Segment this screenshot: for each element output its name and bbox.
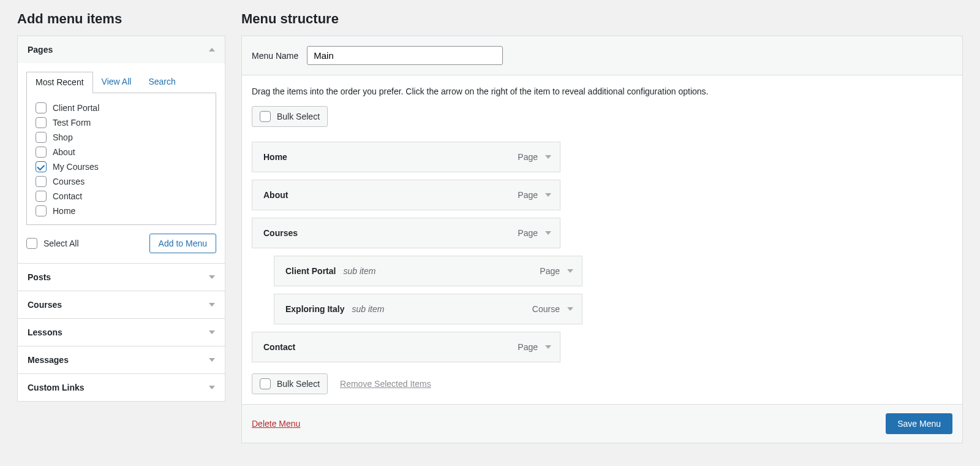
page-label: Contact <box>53 191 82 201</box>
accordion-header-pages[interactable]: Pages <box>18 36 225 63</box>
menu-item-title: Contact <box>263 342 295 352</box>
chevron-down-icon[interactable] <box>545 193 551 197</box>
page-label: About <box>53 147 75 157</box>
menu-item[interactable]: Exploring Italysub itemCourse <box>274 294 582 324</box>
page-checkbox[interactable] <box>36 132 47 143</box>
page-checkbox[interactable] <box>36 117 47 128</box>
tab-search[interactable]: Search <box>140 72 184 93</box>
menu-name-label: Menu Name <box>252 51 298 61</box>
menu-item-type: Page <box>540 266 560 276</box>
chevron-up-icon <box>209 48 215 52</box>
chevron-down-icon[interactable] <box>545 345 551 349</box>
menu-item[interactable]: CoursesPage <box>252 218 560 248</box>
accordion-title-lessons: Lessons <box>28 327 62 337</box>
chevron-down-icon <box>209 330 215 334</box>
chevron-down-icon <box>209 303 215 307</box>
page-label: Courses <box>53 177 85 186</box>
pages-list: Client PortalTest FormShopAboutMy Course… <box>26 93 216 225</box>
page-label: Test Form <box>53 118 91 128</box>
remove-selected-link[interactable]: Remove Selected Items <box>340 379 431 389</box>
accordion-title-courses: Courses <box>28 300 62 310</box>
tab-most-recent[interactable]: Most Recent <box>26 72 93 93</box>
menu-items-list: HomePageAboutPageCoursesPageClient Porta… <box>252 142 952 362</box>
page-label: Shop <box>53 132 73 142</box>
bulk-select-checkbox[interactable] <box>260 378 271 389</box>
menu-name-row: Menu Name <box>242 36 962 75</box>
accordion-title-custom-links: Custom Links <box>28 383 85 392</box>
menu-item-type: Page <box>518 152 538 162</box>
add-items-accordion: Pages Most Recent View All Search Client… <box>17 36 225 402</box>
drag-hint: Drag the items into the order you prefer… <box>252 86 952 96</box>
menu-item[interactable]: ContactPage <box>252 332 560 362</box>
page-checkbox[interactable] <box>36 205 47 216</box>
chevron-down-icon[interactable] <box>567 269 573 273</box>
accordion-title-messages: Messages <box>28 355 69 365</box>
menu-item-sub-label: sub item <box>343 266 375 276</box>
pages-row: Client Portal <box>36 101 208 115</box>
pages-tabs: Most Recent View All Search <box>26 72 216 93</box>
page-label: Home <box>53 206 75 216</box>
bulk-select-checkbox[interactable] <box>260 111 271 122</box>
menu-item-type: Page <box>518 228 538 238</box>
pages-row: Shop <box>36 130 208 145</box>
page-checkbox[interactable] <box>36 176 47 187</box>
accordion-header-posts[interactable]: Posts <box>18 264 225 291</box>
add-to-menu-button[interactable]: Add to Menu <box>149 234 216 253</box>
accordion-header-messages[interactable]: Messages <box>18 346 225 373</box>
page-checkbox[interactable] <box>36 161 47 172</box>
add-menu-items-heading: Add menu items <box>17 11 225 27</box>
menu-item[interactable]: Client Portalsub itemPage <box>274 256 582 286</box>
menu-item-title: Client Portal <box>285 266 336 276</box>
pages-row: Test Form <box>36 115 208 130</box>
chevron-down-icon[interactable] <box>545 155 551 159</box>
accordion-header-custom-links[interactable]: Custom Links <box>18 374 225 401</box>
page-label: Client Portal <box>53 103 99 113</box>
select-all-label: Select All <box>43 239 79 248</box>
pages-row: Home <box>36 204 208 218</box>
accordion-header-courses[interactable]: Courses <box>18 291 225 318</box>
delete-menu-link[interactable]: Delete Menu <box>252 419 300 429</box>
menu-item-type: Page <box>518 190 538 200</box>
page-checkbox[interactable] <box>36 102 47 113</box>
page-checkbox[interactable] <box>36 147 47 158</box>
menu-item-type: Page <box>518 342 538 352</box>
accordion-body-pages: Most Recent View All Search Client Porta… <box>18 63 225 263</box>
accordion-title-posts: Posts <box>28 272 51 282</box>
pages-row: Courses <box>36 174 208 189</box>
menu-item-sub-label: sub item <box>352 304 384 314</box>
pages-row: My Courses <box>36 159 208 174</box>
menu-structure-heading: Menu structure <box>241 11 963 27</box>
accordion-header-lessons[interactable]: Lessons <box>18 319 225 346</box>
menu-item[interactable]: AboutPage <box>252 180 560 210</box>
tab-view-all[interactable]: View All <box>93 72 140 93</box>
save-menu-button[interactable]: Save Menu <box>886 413 952 434</box>
menu-name-input[interactable] <box>307 46 503 65</box>
menu-item-title: About <box>263 190 288 200</box>
chevron-down-icon <box>209 358 215 362</box>
select-all-checkbox[interactable] <box>26 238 37 249</box>
bulk-select-label: Bulk Select <box>277 379 320 389</box>
page-checkbox[interactable] <box>36 191 47 202</box>
accordion-title-pages: Pages <box>28 45 53 55</box>
chevron-down-icon <box>209 386 215 389</box>
menu-structure-panel: Menu Name Drag the items into the order … <box>241 36 963 443</box>
pages-row: Contact <box>36 189 208 204</box>
bulk-select-label: Bulk Select <box>277 112 320 121</box>
menu-item-title: Courses <box>263 228 298 238</box>
bulk-select-top[interactable]: Bulk Select <box>252 106 328 127</box>
menu-item-type: Course <box>532 304 560 314</box>
chevron-down-icon[interactable] <box>567 307 573 311</box>
menu-item[interactable]: HomePage <box>252 142 560 172</box>
menu-item-title: Exploring Italy <box>285 304 344 314</box>
pages-row: About <box>36 145 208 159</box>
chevron-down-icon <box>209 275 215 279</box>
menu-item-title: Home <box>263 152 287 162</box>
page-label: My Courses <box>53 162 99 172</box>
chevron-down-icon[interactable] <box>545 231 551 235</box>
bulk-select-bottom[interactable]: Bulk Select <box>252 373 328 394</box>
